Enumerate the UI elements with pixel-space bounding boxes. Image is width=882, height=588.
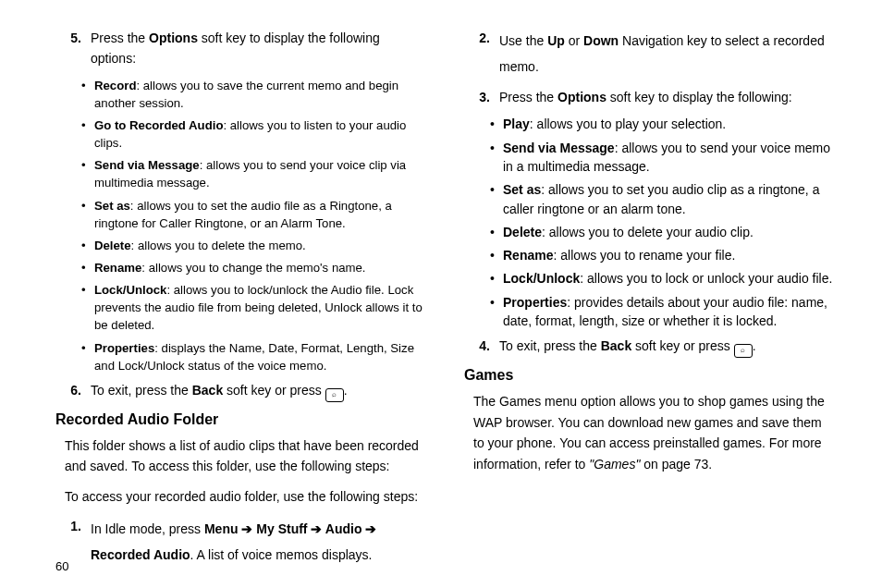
paragraph: To access your recorded audio folder, us… [65,486,427,507]
option-rename: •Rename: allows you to change the memo's… [81,259,427,276]
option-send-msg: •Send via Message: allows you to send yo… [490,139,836,177]
step-2: 2. Use the Up or Down Navigation key to … [464,28,836,80]
step-text: To exit, press the Back soft key or pres… [91,380,427,402]
step-5: 5. Press the Options soft key to display… [55,28,427,69]
step-3: 3. Press the Options soft key to display… [464,87,836,107]
step-1: 1. In Idle mode, press Menu ➔ My Stuff ➔… [55,516,427,568]
option-goto-recorded: •Go to Recorded Audio: allows you to lis… [81,116,427,152]
option-send-msg: •Send via Message: allows you to send yo… [81,156,427,191]
option-record: •Record: allows you to save the current … [81,77,427,112]
options-list-right: •Play: allows you to play your selection… [490,115,836,330]
paragraph: This folder shows a list of audio clips … [65,435,427,477]
option-lock: •Lock/Unlock: allows you to lock or unlo… [490,269,836,288]
step-number: 3. [464,87,499,107]
step-text: Use the Up or Down Navigation key to sel… [499,28,836,80]
heading-games: Games [464,367,836,384]
step-number: 6. [55,380,91,402]
option-delete: •Delete: allows you to delete your audio… [490,223,836,241]
page-number: 60 [55,559,68,573]
step-4: 4. To exit, press the Back soft key or p… [464,336,836,358]
step-text: Press the Options soft key to display th… [499,87,836,107]
right-column: 2. Use the Up or Down Navigation key to … [464,28,836,579]
step-6: 6. To exit, press the Back soft key or p… [55,380,427,402]
option-play: •Play: allows you to play your selection… [490,115,836,133]
heading-recorded-audio: Recorded Audio Folder [55,411,427,428]
end-key-icon: ⌕ [734,344,753,358]
option-delete: •Delete: allows you to delete the memo. [81,237,427,254]
step-number: 2. [464,28,499,80]
step-number: 4. [464,336,499,358]
options-list-left: •Record: allows you to save the current … [81,77,427,374]
step-text: Press the Options soft key to display th… [91,28,427,69]
option-set-as: •Set as: allows you to set the audio fil… [81,197,427,232]
option-properties: •Properties: provides details about your… [490,293,836,331]
option-lock: •Lock/Unlock: allows you to lock/unlock … [81,281,427,334]
option-rename: •Rename: allows you to rename your file. [490,246,836,264]
step-number: 5. [55,28,91,69]
paragraph: The Games menu option allows you to shop… [473,391,836,474]
left-column: 5. Press the Options soft key to display… [55,28,427,579]
option-properties: •Properties: displays the Name, Date, Fo… [81,339,427,374]
end-key-icon: ⌕ [325,388,344,402]
step-text: In Idle mode, press Menu ➔ My Stuff ➔ Au… [91,516,427,568]
step-text: To exit, press the Back soft key or pres… [499,336,836,358]
option-set-as: •Set as: allows you to set you audio cli… [490,180,836,218]
